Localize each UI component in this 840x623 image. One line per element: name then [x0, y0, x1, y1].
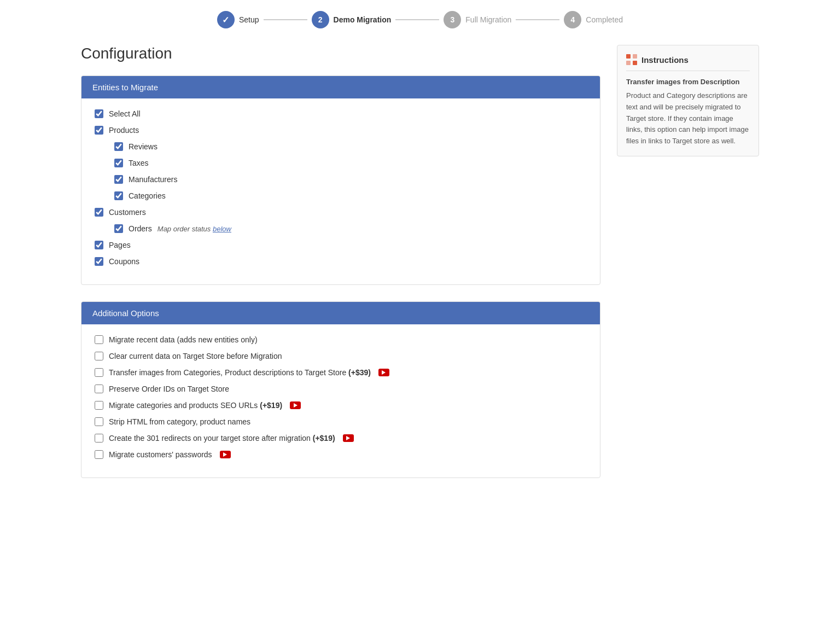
create-redirects-yt-icon[interactable] — [343, 434, 354, 442]
step-label-demo: Demo Migration — [334, 15, 392, 24]
svg-rect-2 — [626, 61, 631, 65]
entities-section-body: Select All Products Reviews Taxes — [81, 98, 600, 284]
checkbox-taxes-input[interactable] — [114, 159, 123, 167]
checkbox-select-all: Select All — [95, 109, 587, 118]
migrate-seo-price: (+$19) — [260, 401, 282, 410]
checkbox-clear-current-input[interactable] — [95, 352, 103, 360]
checkbox-reviews-input[interactable] — [114, 142, 123, 151]
step-circle-full: 3 — [444, 11, 461, 28]
checkbox-migrate-seo-input[interactable] — [95, 401, 103, 410]
step-full-migration: 3 Full Migration — [444, 11, 511, 28]
step-completed: 4 Completed — [564, 11, 623, 28]
checkbox-preserve-order-ids: Preserve Order IDs on Target Store — [95, 385, 587, 393]
checkbox-transfer-images: Transfer images from Categories, Product… — [95, 368, 587, 377]
instructions-body: Product and Category descriptions are te… — [626, 90, 750, 147]
orders-map-link-text: Map order status below — [158, 225, 231, 233]
checkbox-coupons-label[interactable]: Coupons — [109, 257, 139, 266]
checkbox-strip-html-label[interactable]: Strip HTML from category, product names — [109, 417, 250, 426]
checkbox-taxes-label[interactable]: Taxes — [129, 159, 149, 167]
checkbox-migrate-seo-label[interactable]: Migrate categories and products SEO URLs… — [109, 401, 282, 410]
svg-rect-1 — [633, 54, 637, 59]
entities-section: Entities to Migrate Select All Products … — [81, 75, 600, 285]
page-title: Configuration — [81, 45, 600, 62]
sidebar-area: Instructions Transfer images from Descri… — [617, 45, 759, 494]
checkbox-reviews: Reviews — [95, 142, 587, 151]
checkbox-customers-label[interactable]: Customers — [109, 208, 146, 217]
checkbox-manufacturers-input[interactable] — [114, 175, 123, 184]
checkbox-products-label[interactable]: Products — [109, 126, 139, 135]
checkbox-migrate-seo: Migrate categories and products SEO URLs… — [95, 401, 587, 410]
instructions-icon — [626, 54, 637, 65]
step-circle-completed: 4 — [564, 11, 581, 28]
step-label-full: Full Migration — [465, 15, 511, 24]
checkbox-reviews-label[interactable]: Reviews — [129, 142, 158, 151]
svg-rect-3 — [633, 61, 637, 65]
entities-section-header: Entities to Migrate — [81, 76, 600, 98]
step-connector-2 — [395, 19, 439, 20]
checkbox-pages-input[interactable] — [95, 241, 103, 249]
checkbox-preserve-order-ids-label[interactable]: Preserve Order IDs on Target Store — [109, 385, 229, 393]
checkbox-migrate-recent-input[interactable] — [95, 335, 103, 344]
checkbox-manufacturers: Manufacturers — [95, 175, 587, 184]
checkbox-orders: Orders Map order status below — [95, 224, 587, 233]
checkbox-categories: Categories — [95, 191, 587, 200]
additional-section-header: Additional Options — [81, 302, 600, 324]
content-area: Configuration Entities to Migrate Select… — [81, 45, 600, 494]
checkbox-transfer-images-input[interactable] — [95, 368, 103, 377]
checkbox-pages: Pages — [95, 241, 587, 249]
checkbox-coupons-input[interactable] — [95, 257, 103, 266]
instructions-box: Instructions Transfer images from Descri… — [617, 45, 759, 156]
checkbox-products: Products — [95, 126, 587, 135]
checkbox-manufacturers-label[interactable]: Manufacturers — [129, 175, 177, 184]
checkbox-migrate-passwords-label[interactable]: Migrate customers' passwords — [109, 450, 212, 459]
checkbox-pages-label[interactable]: Pages — [109, 241, 131, 249]
checkbox-orders-input[interactable] — [114, 224, 123, 233]
checkbox-migrate-recent-label[interactable]: Migrate recent data (adds new entities o… — [109, 335, 258, 344]
checkbox-migrate-passwords-input[interactable] — [95, 450, 103, 459]
checkbox-categories-input[interactable] — [114, 191, 123, 200]
checkbox-orders-label[interactable]: Orders — [129, 224, 152, 233]
checkbox-preserve-order-ids-input[interactable] — [95, 385, 103, 393]
additional-section: Additional Options Migrate recent data (… — [81, 301, 600, 478]
instructions-header: Instructions — [626, 54, 750, 71]
checkbox-coupons: Coupons — [95, 257, 587, 266]
step-label-setup: Setup — [239, 15, 259, 24]
checkbox-categories-label[interactable]: Categories — [129, 191, 166, 200]
checkbox-migrate-recent: Migrate recent data (adds new entities o… — [95, 335, 587, 344]
orders-map-link-anchor[interactable]: below — [213, 225, 231, 233]
transfer-images-yt-icon[interactable] — [378, 369, 389, 376]
svg-rect-0 — [626, 54, 631, 59]
migrate-passwords-yt-icon[interactable] — [220, 451, 231, 458]
checkbox-customers: Customers — [95, 208, 587, 217]
checkbox-create-redirects-label[interactable]: Create the 301 redirects on your target … — [109, 434, 335, 442]
migrate-seo-yt-icon[interactable] — [290, 401, 301, 409]
instructions-title: Instructions — [641, 55, 689, 65]
step-connector-3 — [516, 19, 559, 20]
step-circle-setup: ✓ — [217, 11, 235, 28]
checkbox-strip-html-input[interactable] — [95, 417, 103, 426]
instructions-subtitle: Transfer images from Description — [626, 78, 750, 86]
main-container: Configuration Entities to Migrate Select… — [65, 45, 775, 494]
checkbox-create-redirects-input[interactable] — [95, 434, 103, 442]
step-label-completed: Completed — [586, 15, 623, 24]
step-setup: ✓ Setup — [217, 11, 259, 28]
checkbox-select-all-input[interactable] — [95, 109, 103, 118]
checkbox-clear-current: Clear current data on Target Store befor… — [95, 352, 587, 360]
additional-section-body: Migrate recent data (adds new entities o… — [81, 324, 600, 478]
checkbox-taxes: Taxes — [95, 159, 587, 167]
checkbox-migrate-passwords: Migrate customers' passwords — [95, 450, 587, 459]
checkbox-select-all-label[interactable]: Select All — [109, 109, 141, 118]
checkbox-create-redirects: Create the 301 redirects on your target … — [95, 434, 587, 442]
step-connector-1 — [264, 19, 307, 20]
checkbox-strip-html: Strip HTML from category, product names — [95, 417, 587, 426]
checkbox-clear-current-label[interactable]: Clear current data on Target Store befor… — [109, 352, 282, 360]
stepper: ✓ Setup 2 Demo Migration 3 Full Migratio… — [0, 0, 840, 45]
checkbox-products-input[interactable] — [95, 126, 103, 135]
transfer-images-price: (+$39) — [348, 368, 371, 377]
checkbox-customers-input[interactable] — [95, 208, 103, 217]
step-demo-migration: 2 Demo Migration — [312, 11, 392, 28]
step-circle-demo: 2 — [312, 11, 329, 28]
create-redirects-price: (+$19) — [313, 434, 335, 442]
checkbox-transfer-images-label[interactable]: Transfer images from Categories, Product… — [109, 368, 371, 377]
